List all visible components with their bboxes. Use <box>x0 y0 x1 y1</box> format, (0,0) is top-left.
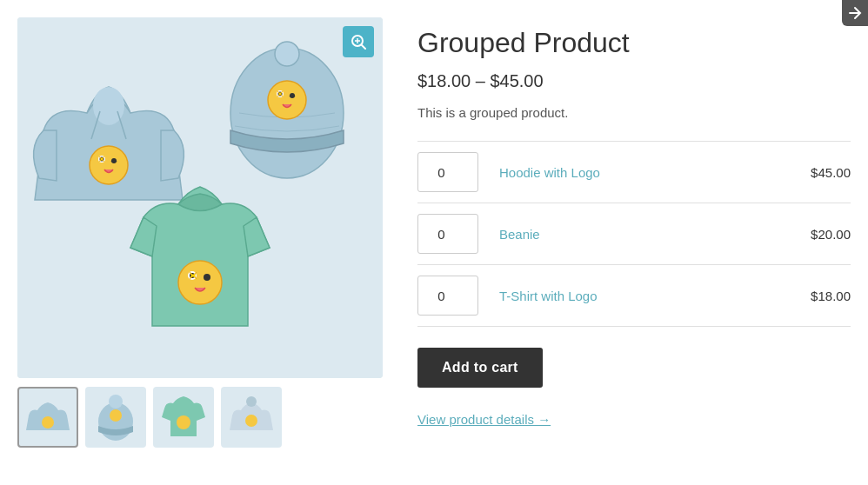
price-range: $18.00 – $45.00 <box>417 71 851 91</box>
page-wrapper: Grouped Product $18.00 – $45.00 This is … <box>0 0 868 465</box>
product-title: Grouped Product <box>417 26 851 59</box>
svg-point-29 <box>177 415 190 429</box>
svg-point-4 <box>90 146 128 184</box>
table-row: Hoodie with Logo $45.00 <box>417 142 851 203</box>
svg-point-9 <box>275 42 299 66</box>
qty-input-hoodie[interactable] <box>417 152 478 192</box>
thumbnail-strip <box>17 387 383 448</box>
svg-point-10 <box>268 81 306 119</box>
svg-point-32 <box>245 415 257 427</box>
qty-input-tshirt[interactable] <box>417 276 478 316</box>
corner-icon <box>842 0 868 26</box>
item-price-hoodie: $45.00 <box>744 142 851 203</box>
main-product-image <box>17 17 383 378</box>
thumbnail-3[interactable] <box>153 387 214 448</box>
table-row: T-Shirt with Logo $18.00 <box>417 265 851 327</box>
thumbnail-2[interactable] <box>85 387 146 448</box>
item-link-beanie[interactable]: Beanie <box>499 227 540 242</box>
product-info: Grouped Product $18.00 – $45.00 This is … <box>417 17 851 448</box>
thumbnail-4[interactable] <box>221 387 282 448</box>
svg-point-31 <box>246 396 257 407</box>
svg-point-27 <box>110 409 122 422</box>
svg-point-14 <box>178 261 222 304</box>
svg-point-26 <box>109 395 123 409</box>
table-row: Beanie $20.00 <box>417 203 851 265</box>
view-details-link[interactable]: View product details → <box>417 412 851 427</box>
item-link-tshirt[interactable]: T-Shirt with Logo <box>499 289 598 303</box>
zoom-button[interactable] <box>343 26 374 57</box>
product-gallery <box>17 17 383 448</box>
item-link-hoodie[interactable]: Hoodie with Logo <box>499 165 600 180</box>
qty-input-beanie[interactable] <box>417 214 478 254</box>
add-to-cart-button[interactable]: Add to cart <box>417 348 543 388</box>
main-image-container <box>17 17 383 378</box>
thumbnail-1[interactable] <box>17 387 78 448</box>
product-items-table: Hoodie with Logo $45.00 Beanie $20.00 T-… <box>417 141 851 327</box>
product-description: This is a grouped product. <box>417 105 851 120</box>
svg-line-19 <box>362 45 365 49</box>
item-price-beanie: $20.00 <box>744 203 851 265</box>
item-price-tshirt: $18.00 <box>744 265 851 327</box>
svg-point-23 <box>42 416 54 429</box>
